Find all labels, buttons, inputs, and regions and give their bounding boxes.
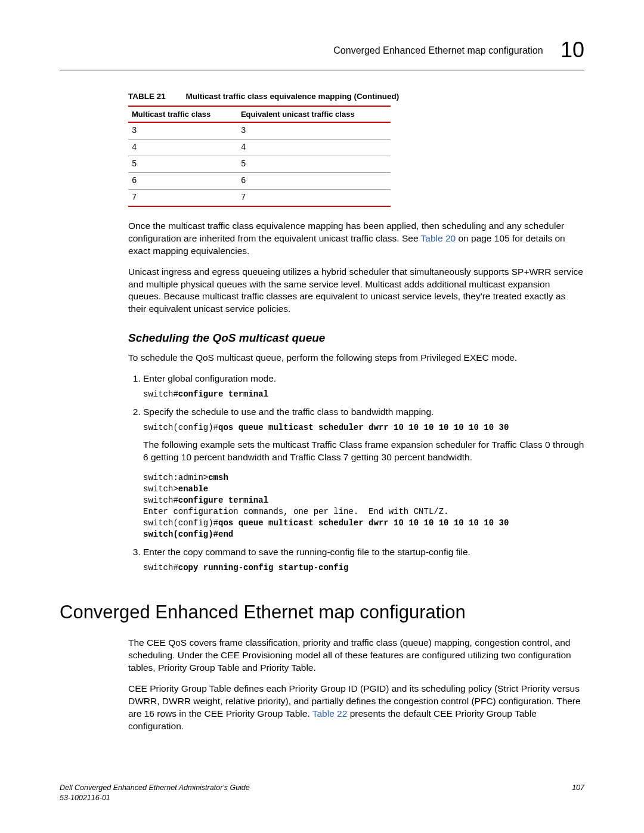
doc-number: 53-1002116-01 <box>60 794 110 802</box>
steps-list: Enter global configuration mode. switch#… <box>128 373 584 574</box>
equivalence-table: Multicast traffic class Equivalent unica… <box>128 106 391 207</box>
code-block: switch#copy running-config startup-confi… <box>143 562 584 574</box>
table-header: Equivalent unicast traffic class <box>237 106 391 123</box>
table-22-link[interactable]: Table 22 <box>312 708 348 719</box>
page-number: 107 <box>572 783 584 793</box>
table-header: Multicast traffic class <box>128 106 237 123</box>
code-block: switch:admin>cmsh switch>enable switch#c… <box>143 472 584 540</box>
code-block: switch(config)#qos queue multicast sched… <box>143 422 584 433</box>
body-paragraph: To schedule the QoS multicast queue, per… <box>128 352 584 364</box>
main-heading: Converged Enhanced Ethernet map configur… <box>60 600 584 625</box>
table-row: 44 <box>128 140 391 156</box>
step-item: Enter global configuration mode. switch#… <box>143 373 584 400</box>
body-paragraph: Unicast ingress and egress queueing util… <box>128 266 584 316</box>
table-title: Multicast traffic class equivalence mapp… <box>186 92 400 101</box>
body-paragraph: The CEE QoS covers frame classification,… <box>128 637 584 674</box>
body-paragraph: Once the multicast traffic class equival… <box>128 220 584 258</box>
body-paragraph: The following example sets the multicast… <box>143 439 584 464</box>
table-row: 77 <box>128 189 391 206</box>
table-row: 55 <box>128 156 391 173</box>
table-caption: TABLE 21 Multicast traffic class equival… <box>128 91 584 102</box>
doc-title: Dell Converged Enhanced Ethernet Adminis… <box>60 784 250 792</box>
table-20-link[interactable]: Table 20 <box>421 233 456 243</box>
chapter-number: 10 <box>561 38 584 62</box>
page-footer: 107 Dell Converged Enhanced Ethernet Adm… <box>60 783 584 803</box>
table-row: 33 <box>128 122 391 139</box>
step-item: Specify the schedule to use and the traf… <box>143 406 584 540</box>
header-title: Converged Enhanced Ethernet map configur… <box>333 45 543 55</box>
page-header: Converged Enhanced Ethernet map configur… <box>60 36 584 70</box>
step-item: Enter the copy command to save the runni… <box>143 546 584 574</box>
table-label: TABLE 21 <box>128 92 166 101</box>
subheading: Scheduling the QoS multicast queue <box>128 330 584 346</box>
table-row: 66 <box>128 173 391 190</box>
code-block: switch#configure terminal <box>143 389 584 400</box>
body-paragraph: CEE Priority Group Table defines each Pr… <box>128 683 584 733</box>
